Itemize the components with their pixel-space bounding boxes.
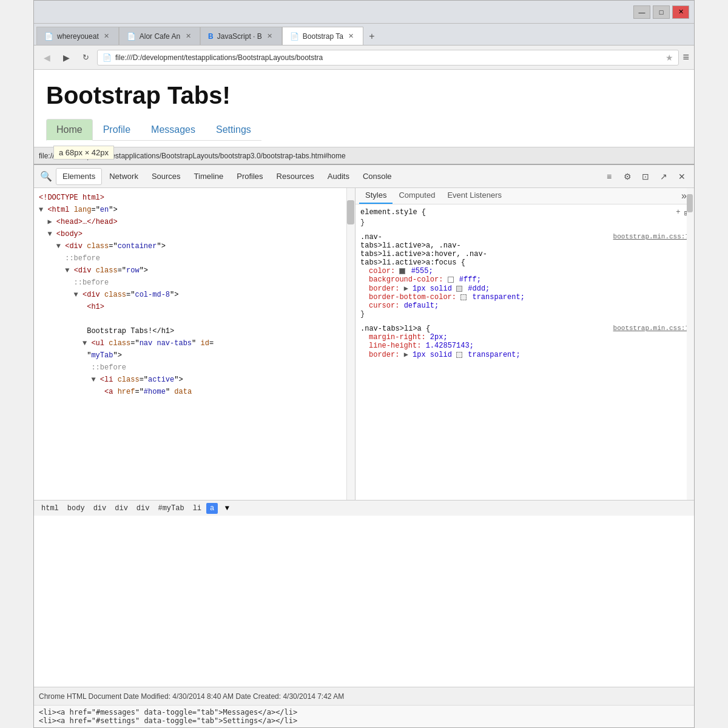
- dom-arrow-3[interactable]: ▼: [47, 230, 52, 238]
- dom-arrow-8[interactable]: ▼: [91, 376, 95, 384]
- browser-tab-2[interactable]: 📄 Alor Cafe An ✕: [119, 27, 200, 45]
- new-tab-button[interactable]: +: [363, 28, 380, 45]
- webpage: Bootstrap Tabs! Home Profile Messages Se…: [34, 70, 694, 147]
- bs-tab-profile[interactable]: Profile: [93, 119, 141, 141]
- selector-1: element.style {: [360, 208, 426, 218]
- source-snippet-bar: <li><a href="#messages" data-toggle="tab…: [34, 705, 694, 727]
- styles-tabs-bar: Styles Computed Event Listeners »: [356, 188, 694, 204]
- styles-scrollbar[interactable]: [687, 188, 694, 500]
- dom-line-3[interactable]: ▶ <head>…</head>: [34, 216, 355, 228]
- reload-button[interactable]: ↻: [78, 50, 93, 66]
- bg-swatch[interactable]: [448, 277, 454, 283]
- dom-line-2[interactable]: ▼ <html lang="en">: [34, 204, 355, 216]
- border-swatch[interactable]: [456, 286, 462, 292]
- minimize-button[interactable]: —: [633, 5, 650, 19]
- dom-line-11: [34, 313, 355, 325]
- breadcrumb-scroll-down[interactable]: ▼: [219, 502, 235, 514]
- dom-scrollbar[interactable]: [346, 188, 355, 500]
- dom-arrow-2[interactable]: ▶: [47, 218, 52, 226]
- source-3[interactable]: bootstrap.min.css:7: [613, 325, 689, 333]
- rule-header-3: .nav-tabs>li>a { bootstrap.min.css:7: [360, 325, 689, 333]
- devtools-search-button[interactable]: 🔍: [38, 168, 55, 185]
- bc-a[interactable]: a: [206, 503, 218, 514]
- devtools-close-button[interactable]: ✕: [673, 168, 690, 185]
- styles-tab-styles[interactable]: Styles: [359, 188, 393, 204]
- devtools-action-3[interactable]: ⊡: [637, 168, 654, 185]
- dom-line-14: "myTab">: [34, 349, 355, 362]
- dom-arrow[interactable]: ▼: [39, 206, 43, 214]
- styles-scrollbar-thumb[interactable]: [687, 194, 693, 212]
- transparent-swatch[interactable]: [456, 352, 462, 358]
- styles-tab-computed[interactable]: Computed: [393, 188, 441, 204]
- dom-line-4[interactable]: ▼ <body>: [34, 228, 355, 240]
- dom-line-1: <!DOCTYPE html>: [34, 192, 355, 204]
- bottom-bar-text: Chrome HTML Document Date Modified: 4/30…: [39, 692, 344, 701]
- url-text: file:///D:/development/testapplications/…: [115, 53, 662, 62]
- styles-right-panel: Styles Computed Event Listeners » elemen…: [356, 188, 694, 500]
- devtools-tab-sources[interactable]: Sources: [146, 168, 187, 185]
- bc-div-2[interactable]: div: [111, 503, 132, 514]
- dom-arrow-6[interactable]: ▼: [74, 291, 78, 299]
- bc-li[interactable]: li: [189, 503, 205, 514]
- dom-line-6: ::before: [34, 252, 355, 265]
- tab-close-2[interactable]: ✕: [184, 32, 192, 41]
- source-2[interactable]: bootstrap.min.css:7: [613, 233, 689, 240]
- devtools-tab-network[interactable]: Network: [103, 168, 144, 185]
- dom-line-5[interactable]: ▼ <div class="container">: [34, 240, 355, 252]
- maximize-button[interactable]: □: [653, 5, 670, 19]
- styles-tab-event-listeners[interactable]: Event Listeners: [441, 188, 508, 204]
- dom-line-16[interactable]: ▼ <li class="active">: [34, 374, 355, 386]
- border-bottom-swatch[interactable]: [460, 294, 467, 300]
- tab-close-1[interactable]: ✕: [103, 32, 111, 41]
- bs-tab-messages[interactable]: Messages: [141, 119, 206, 141]
- browser-tab-4[interactable]: 📄 Bootstrap Ta ✕: [282, 27, 363, 45]
- bs-tab-home[interactable]: Home: [46, 119, 93, 141]
- bs-tab-settings[interactable]: Settings: [206, 119, 261, 141]
- bookmark-icon[interactable]: ★: [666, 53, 673, 62]
- devtools-dock-button[interactable]: ↗: [655, 168, 672, 185]
- border-arrow-2[interactable]: ▶: [404, 351, 408, 359]
- dom-line-7[interactable]: ▼ <div class="row">: [34, 265, 355, 277]
- dom-arrow-4[interactable]: ▼: [56, 242, 61, 251]
- chrome-window: — □ ✕ 📄 whereyoueat ✕ 📄 Alor Cafe An ✕ B…: [33, 0, 695, 728]
- dom-line-13[interactable]: ▼ <ul class="nav nav-tabs" id=: [34, 337, 355, 349]
- close-button[interactable]: ✕: [672, 5, 689, 19]
- devtools-tab-profiles[interactable]: Profiles: [231, 168, 269, 185]
- devtools-tab-timeline[interactable]: Timeline: [188, 168, 230, 185]
- devtools-settings-button[interactable]: ⚙: [619, 168, 636, 185]
- bc-div-1[interactable]: div: [90, 503, 110, 514]
- dom-scrollbar-thumb[interactable]: [347, 200, 354, 224]
- bc-mytab[interactable]: #myTab: [154, 503, 187, 514]
- devtools-tab-elements[interactable]: Elements: [56, 168, 102, 185]
- dom-line-17[interactable]: <a href="#home" data: [34, 386, 355, 398]
- dom-line-9[interactable]: ▼ <div class="col-md-8">: [34, 289, 355, 301]
- devtools-tab-console[interactable]: Console: [357, 168, 398, 185]
- dom-line-12[interactable]: Bootstrap Tabs!</h1>: [34, 325, 355, 337]
- bc-body[interactable]: body: [64, 503, 89, 514]
- url-bar[interactable]: 📄 file:///D:/development/testapplication…: [97, 50, 679, 66]
- dom-arrow-5[interactable]: ▼: [65, 266, 69, 275]
- dom-line-10[interactable]: <h1>: [34, 301, 355, 313]
- browser-tab-3[interactable]: B JavaScript · B ✕: [200, 27, 282, 45]
- tab-close-3[interactable]: ✕: [266, 32, 274, 41]
- dom-arrow-7[interactable]: ▼: [83, 339, 87, 348]
- color-swatch-1[interactable]: [399, 268, 405, 274]
- forward-button[interactable]: ▶: [58, 50, 74, 66]
- devtools-tab-resources[interactable]: Resources: [271, 168, 320, 185]
- browser-tab-1[interactable]: 📄 whereyoueat ✕: [36, 27, 119, 45]
- style-prop-border-bottom: border-bottom-color: transparent;: [369, 293, 689, 302]
- bc-div-3[interactable]: div: [133, 503, 153, 514]
- devtools-tab-audits[interactable]: Audits: [322, 168, 356, 185]
- tab-close-4[interactable]: ✕: [347, 32, 356, 41]
- add-style-button[interactable]: +: [676, 208, 680, 218]
- style-rule-nav-tabs: .nav-tabs>li.active>a, .nav-tabs>li.acti…: [360, 233, 689, 318]
- devtools-action-1[interactable]: ≡: [601, 168, 618, 185]
- page-title: Bootstrap Tabs!: [46, 82, 682, 109]
- chrome-menu-button[interactable]: ≡: [682, 51, 689, 64]
- dom-tree[interactable]: <!DOCTYPE html> ▼ <html lang="en"> ▶ <he…: [34, 188, 355, 500]
- border-arrow[interactable]: ▶: [404, 285, 408, 293]
- bc-html[interactable]: html: [38, 503, 62, 514]
- back-button[interactable]: ◀: [39, 50, 55, 66]
- tab-label-4: Bootstrap Ta: [303, 32, 343, 41]
- style-prop-bg: background-color: #fff;: [369, 275, 689, 284]
